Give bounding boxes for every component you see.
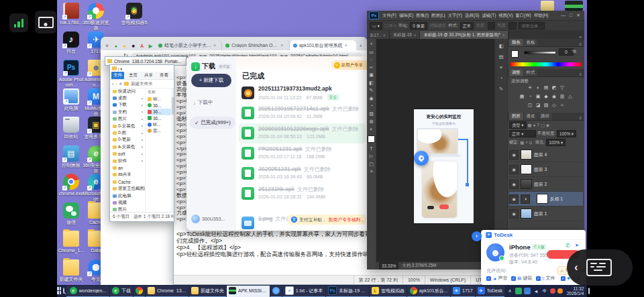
menu-视图(V)[interactable]: 视图(V): [497, 13, 514, 19]
google-play-icon[interactable]: ▶: [146, 42, 155, 50]
tab-close-icon[interactable]: ×: [280, 43, 283, 48]
adjustment-icon[interactable]: ▣: [534, 94, 542, 99]
desktop-icon[interactable]: Chrome_1...: [58, 231, 85, 253]
ps-tool-icon[interactable]: ◔: [370, 103, 372, 108]
sidebar-item[interactable]: an: [110, 164, 145, 171]
ps-tool-icon[interactable]: ◉: [369, 96, 373, 101]
ps-tool-icon[interactable]: ✎: [370, 88, 374, 93]
permission-checkbox-声音[interactable]: ✓◄声音: [486, 275, 507, 282]
adjustment-icon[interactable]: ◆: [542, 94, 550, 99]
style-select[interactable]: 正常: [460, 22, 474, 29]
tab-close-icon[interactable]: ×: [383, 33, 386, 38]
ps-tool-icon[interactable]: ◧: [369, 80, 374, 85]
sidebar-item[interactable]: Cache: [110, 178, 145, 185]
adjustment-icon[interactable]: ≈: [558, 103, 566, 108]
fill-value[interactable]: 100% ▾: [546, 139, 566, 146]
refine-edge-button[interactable]: 调整边缘…: [519, 22, 545, 29]
download-item[interactable]: 202601031012226xoge.apk文件已删除2026-01-04 0…: [239, 123, 366, 143]
user-account[interactable]: 360U353...: [191, 215, 225, 223]
adjustment-icon[interactable]: ◐: [534, 85, 542, 91]
adjustment-icon[interactable]: ▥: [558, 94, 566, 99]
ps-tool-icon[interactable]: T: [370, 146, 372, 151]
chevron-up-icon[interactable]: ∧: [506, 288, 513, 294]
adjustment-icon[interactable]: ◉: [550, 94, 558, 99]
taskbar-app-雷电模拟器[interactable]: L雷电模拟器: [370, 286, 407, 297]
taskbar-app-Chrome_138...[interactable]: Chrome_138...: [146, 286, 189, 297]
download-item[interactable]: 251231hb.apk文件已删除2026-01-03 16:28:31244.…: [239, 184, 366, 204]
adjustment-icon[interactable]: ◫: [526, 103, 534, 108]
dock-panel-icon[interactable]: ▤: [498, 54, 503, 60]
filter-icon[interactable]: ●: [533, 123, 535, 127]
sidebar-item[interactable]: a-安装包✦: [110, 143, 145, 150]
taskbar-app-wondergen...[interactable]: ewondergen...: [66, 286, 109, 297]
menu-文字(Y)[interactable]: 文字(Y): [447, 13, 464, 19]
permission-checkbox-文件[interactable]: ✓▯文件: [536, 275, 555, 282]
layer-row[interactable]: ◉◑∷反相 1: [509, 192, 583, 206]
chat-icon[interactable]: …: [524, 288, 531, 294]
desktop-icon[interactable]: 360极速浏览器: [83, 3, 109, 31]
explorer-scrollbar[interactable]: [171, 88, 174, 213]
menu-选择(S)[interactable]: 选择(S): [464, 13, 480, 19]
adjustment-icon[interactable]: ◩: [550, 85, 558, 91]
anti-alias-checkbox[interactable]: 消除锯齿: [429, 23, 446, 29]
ps-tool-icon[interactable]: ≡: [370, 169, 372, 174]
file-item[interactable]: W...: [148, 96, 174, 103]
layer-row[interactable]: ◉图层 2: [509, 177, 583, 192]
ps-tool-icon[interactable]: ▣: [369, 72, 374, 77]
ribbon-tab-查看[interactable]: 查看: [158, 72, 170, 79]
adjustment-icon[interactable]: ◇: [550, 103, 558, 108]
filter-type-select[interactable]: 类型 ▾: [509, 121, 527, 129]
file-item[interactable]: M...: [148, 121, 174, 128]
menu-帮助(H)[interactable]: 帮助(H): [533, 13, 550, 19]
download-item[interactable]: PR20251231.apk文件已删除2026-01-03 17:11:1816…: [239, 143, 366, 164]
opacity-value[interactable]: 100% ▾: [557, 130, 576, 137]
file-item[interactable]: 36...: [148, 103, 174, 109]
sidebar-item[interactable]: 图片✦: [110, 116, 145, 123]
sidebar-item[interactable]: 下载✦: [110, 102, 145, 109]
menu-图层(L)[interactable]: 图层(L): [430, 13, 447, 19]
taskbar-app-chrome[interactable]: [133, 286, 145, 297]
sidebar-item[interactable]: 0-更新✦: [110, 137, 145, 143]
taskbar-app-未标题-19 @...[interactable]: Ps未标题-19 @...: [326, 286, 369, 297]
speaker-icon[interactable]: ◄: [533, 288, 539, 294]
menu-图像(I)[interactable]: 图像(I): [415, 13, 430, 19]
desktop-icon[interactable]: 雷电模拟器5: [121, 3, 148, 25]
notification-center-icon[interactable]: [588, 288, 590, 294]
foreground-color-swatch[interactable]: [368, 135, 375, 143]
lock-icon[interactable]: +: [525, 140, 528, 145]
tab-close-icon[interactable]: ×: [345, 43, 347, 48]
feather-input[interactable]: 0 像素: [410, 22, 427, 29]
panel-tab-色板[interactable]: 色板: [524, 39, 538, 46]
taskbar-app-1717[interactable]: ✈1717: [451, 286, 475, 297]
adjustment-icon[interactable]: ☀: [526, 85, 534, 91]
menu-文件(F)[interactable]: 文件(F): [381, 13, 398, 19]
menu-窗口(W)[interactable]: 窗口(W): [515, 13, 533, 19]
desktop-icon[interactable]: 微信: [58, 202, 85, 225]
width-input[interactable]: [488, 22, 496, 29]
taskbar-app-blue[interactable]: [270, 286, 282, 297]
signal-strength-button[interactable]: [9, 13, 28, 32]
call-icon[interactable]: ✆: [566, 243, 570, 249]
taskbar-app-ToDesk[interactable]: ✈ToDesk: [476, 286, 504, 297]
taskbar-app-下载[interactable]: e下载: [110, 286, 133, 297]
lock-icon[interactable]: ▦: [520, 140, 524, 145]
tab-close-icon[interactable]: ×: [502, 33, 505, 38]
yellow-dot-icon[interactable]: ●: [120, 42, 129, 50]
window-control-1[interactable]: □: [570, 13, 572, 18]
dock-panel-icon[interactable]: ✎: [499, 86, 503, 92]
ps-tool-icon[interactable]: ▷: [370, 154, 373, 158]
adjustment-icon[interactable]: △: [566, 94, 574, 99]
sidebar-item[interactable]: 需要王也截图图片: [110, 185, 145, 192]
ribbon-tab-共享[interactable]: 共享: [142, 72, 155, 79]
browser-tab[interactable]: apk101后台管理系统×: [290, 40, 356, 50]
keyboard-icon[interactable]: [586, 259, 612, 276]
cursor-icon[interactable]: ➤: [575, 243, 579, 248]
dock-panel-icon[interactable]: ◔: [500, 75, 503, 81]
acrobat-icon[interactable]: A: [138, 42, 146, 50]
marquee-tool-icon[interactable]: ▭ ▾: [370, 22, 382, 29]
lock-icon[interactable]: ◘: [529, 140, 532, 145]
panel-menu-icon[interactable]: ≡: [579, 116, 583, 120]
browser-tab[interactable]: 蜡笔小新之小帮手大作战 - Go...×: [155, 40, 222, 50]
start-button[interactable]: [57, 286, 61, 297]
sidebar-item[interactable]: 0-图✦: [110, 129, 145, 136]
